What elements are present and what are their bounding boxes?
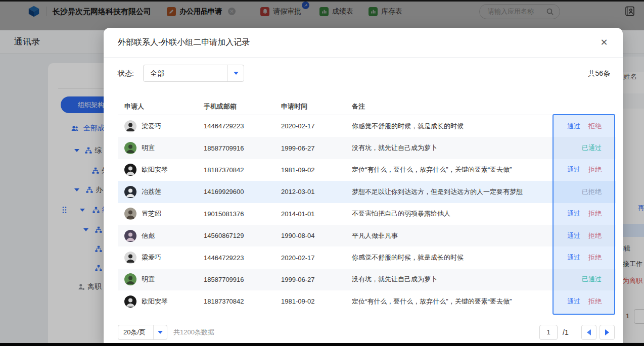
status-approved-label: 已通过 bbox=[582, 144, 602, 152]
column-header-phone: 手机或邮箱 bbox=[197, 98, 274, 115]
table-row: 明宜185877099161999-06-27没有坑，就先让自己成为萝卜已通过 bbox=[118, 137, 616, 159]
row-actions: 已通过 bbox=[553, 143, 616, 153]
remark-text: 你感觉不舒服的时候，就是成长的时候 bbox=[345, 253, 553, 262]
total-count-badge: 共56条 bbox=[588, 65, 610, 82]
applicant-name: 梁爱巧 bbox=[142, 122, 161, 131]
applicant-name: 冒芝绍 bbox=[142, 209, 161, 218]
data-total-text: 共1200条数据 bbox=[173, 325, 214, 340]
approve-link[interactable]: 通过 bbox=[567, 232, 580, 239]
phone-or-email: 14464729223 bbox=[197, 122, 274, 130]
phone-or-email: 18587709916 bbox=[197, 276, 274, 283]
applicant-name: 欧阳安琴 bbox=[142, 297, 168, 306]
applicant-name: 冶荔莲 bbox=[142, 187, 161, 196]
phone-or-email: 18187370842 bbox=[197, 298, 274, 305]
modal-dialog: 外部联系人-外联小组二申请加入记录 ✕ 状态: 全部 共56条 申请人 手机或邮… bbox=[104, 28, 623, 346]
close-icon[interactable]: ✕ bbox=[598, 36, 610, 48]
phone-or-email: 18187370842 bbox=[197, 166, 274, 174]
table-rows: 梁爱巧144647292232020-02-17你感觉不舒服的时候，就是成长的时… bbox=[118, 115, 616, 313]
apply-date: 1981-09-02 bbox=[274, 166, 345, 174]
row-actions: 已拒绝 bbox=[553, 187, 616, 196]
row-actions: 通过拒绝 bbox=[553, 122, 616, 131]
next-page-button[interactable] bbox=[600, 325, 615, 340]
reject-link[interactable]: 拒绝 bbox=[588, 298, 602, 305]
avatar bbox=[124, 208, 136, 220]
apply-date: 2012-03-01 bbox=[274, 188, 345, 195]
table-row: 明宜185877099161999-06-27没有坑，就先让自己成为萝卜已通过 bbox=[118, 269, 616, 290]
applicant-name: 明宜 bbox=[142, 143, 155, 153]
reject-link[interactable]: 拒绝 bbox=[588, 232, 602, 239]
table-row: 欧阳安琴181873708421981-09-02定位“有什么，要什么，放弃什么… bbox=[118, 159, 616, 181]
row-actions: 已通过 bbox=[553, 275, 616, 284]
remark-text: 不要害怕把自己的弱项暴露给他人 bbox=[345, 209, 553, 218]
column-header-actions bbox=[553, 98, 616, 115]
row-actions: 通过拒绝 bbox=[553, 231, 616, 240]
avatar bbox=[124, 295, 136, 308]
status-filter-label: 状态: bbox=[118, 65, 134, 82]
avatar bbox=[124, 142, 136, 154]
remark-text: 定位“有什么，要什么，放弃什么”，关键的要素“要去做” bbox=[345, 297, 553, 306]
remark-text: 没有坑，就先让自己成为萝卜 bbox=[345, 143, 553, 153]
table-row: 冶荔莲141699296002012-03-01梦想不足以让你到达远方，但是到达… bbox=[118, 181, 616, 203]
apply-date: 2014-01-01 bbox=[274, 210, 345, 218]
page-size-select[interactable]: 20条/页 bbox=[118, 325, 167, 340]
table-row: 梁爱巧144647292232020-02-17你感觉不舒服的时候，就是成长的时… bbox=[118, 246, 616, 268]
phone-or-email: 18587709916 bbox=[197, 144, 274, 152]
apply-date: 1999-06-27 bbox=[274, 144, 345, 152]
phone-or-email: 14560867129 bbox=[197, 232, 274, 239]
window-chrome-top bbox=[0, 0, 644, 2]
remark-text: 梦想不足以让你到达远方，但是到达远方的人一定要有梦想 bbox=[345, 187, 553, 196]
page-number-input[interactable]: 1 bbox=[539, 325, 558, 340]
status-rejected-label: 已拒绝 bbox=[582, 188, 602, 195]
modal-header: 外部联系人-外联小组二申请加入记录 ✕ bbox=[104, 28, 623, 58]
approve-link[interactable]: 通过 bbox=[567, 254, 580, 261]
table-row: 信彪145608671291990-08-04平凡人做非凡事通过拒绝 bbox=[118, 225, 616, 246]
reject-link[interactable]: 拒绝 bbox=[588, 210, 602, 217]
approve-link[interactable]: 通过 bbox=[567, 166, 580, 173]
page-size-value: 20条/页 bbox=[123, 325, 146, 339]
status-filter-value: 全部 bbox=[150, 65, 164, 81]
phone-or-email: 19015081376 bbox=[197, 210, 274, 218]
modal-title: 外部联系人-外联小组二申请加入记录 bbox=[118, 28, 250, 57]
table-header: 申请人 手机或邮箱 申请时间 备注 bbox=[118, 98, 616, 115]
apply-date: 1990-08-04 bbox=[274, 232, 345, 239]
apply-date: 2020-02-17 bbox=[274, 122, 345, 130]
apply-date: 1999-06-27 bbox=[274, 276, 345, 283]
table-row: 冒芝绍190150813762014-01-01不要害怕把自己的弱项暴露给他人通… bbox=[118, 203, 616, 225]
status-approved-label: 已通过 bbox=[582, 275, 602, 283]
arrow-right-icon bbox=[605, 329, 609, 335]
table-footer: 20条/页 共1200条数据 1 /1 bbox=[104, 325, 623, 340]
applicant-name: 明宜 bbox=[142, 275, 155, 284]
applicant-name: 梁爱巧 bbox=[142, 253, 161, 262]
window-chrome-bottom bbox=[0, 343, 644, 346]
column-header-date: 申请时间 bbox=[274, 98, 345, 115]
avatar bbox=[124, 164, 136, 176]
column-header-remark: 备注 bbox=[345, 98, 553, 115]
remark-text: 定位“有什么，要什么，放弃什么”，关键的要素“要去做” bbox=[345, 165, 553, 174]
approve-link[interactable]: 通过 bbox=[567, 210, 580, 217]
avatar bbox=[124, 186, 136, 198]
page-total-text: /1 bbox=[563, 325, 569, 340]
remark-text: 平凡人做非凡事 bbox=[345, 231, 553, 240]
row-actions: 通过拒绝 bbox=[553, 165, 616, 174]
reject-link[interactable]: 拒绝 bbox=[588, 254, 602, 261]
chevron-down-icon bbox=[227, 65, 244, 81]
approve-link[interactable]: 通过 bbox=[567, 298, 580, 305]
chevron-down-icon bbox=[153, 325, 167, 339]
apply-date: 1981-09-02 bbox=[274, 298, 345, 305]
avatar bbox=[124, 273, 136, 285]
prev-page-button[interactable] bbox=[581, 325, 596, 340]
modal-dim-overlay-top bbox=[0, 0, 644, 30]
table-row: 梁爱巧144647292232020-02-17你感觉不舒服的时候，就是成长的时… bbox=[118, 115, 616, 137]
apply-date: 2020-02-17 bbox=[274, 254, 345, 262]
phone-or-email: 14169929600 bbox=[197, 188, 274, 195]
remark-text: 你感觉不舒服的时候，就是成长的时候 bbox=[345, 122, 553, 131]
reject-link[interactable]: 拒绝 bbox=[588, 122, 602, 130]
applicant-name: 欧阳安琴 bbox=[142, 165, 168, 174]
approve-link[interactable]: 通过 bbox=[567, 122, 580, 130]
column-header-applicant: 申请人 bbox=[118, 98, 197, 115]
avatar bbox=[124, 120, 136, 132]
reject-link[interactable]: 拒绝 bbox=[588, 166, 602, 173]
row-actions: 通过拒绝 bbox=[553, 297, 616, 306]
status-filter-select[interactable]: 全部 bbox=[143, 65, 244, 82]
avatar bbox=[124, 230, 136, 242]
